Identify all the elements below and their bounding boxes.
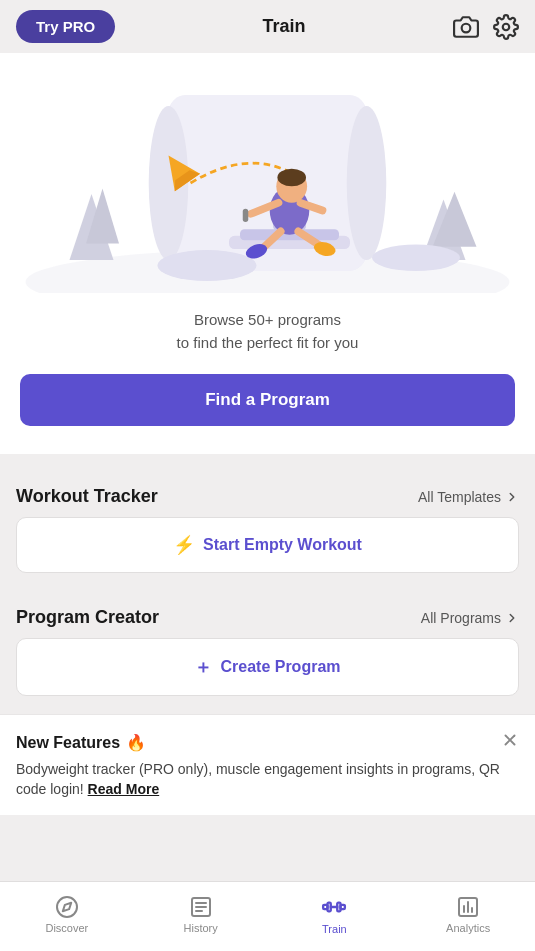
banner-close-button[interactable] bbox=[501, 731, 519, 754]
fire-emoji: 🔥 bbox=[126, 733, 146, 752]
svg-point-1 bbox=[503, 23, 510, 30]
camera-button[interactable] bbox=[453, 14, 479, 40]
program-creator-section: Program Creator All Programs ＋ Create Pr… bbox=[0, 591, 535, 696]
svg-point-0 bbox=[462, 23, 471, 32]
banner-title: New Features 🔥 bbox=[16, 733, 146, 752]
page-title: Train bbox=[263, 16, 306, 37]
banner-header: New Features 🔥 bbox=[16, 731, 519, 754]
workout-tracker-title: Workout Tracker bbox=[16, 486, 158, 507]
workout-tracker-header: Workout Tracker All Templates bbox=[16, 486, 519, 507]
nav-item-discover[interactable]: Discover bbox=[0, 890, 134, 939]
workout-tracker-section: Workout Tracker All Templates ⚡ Start Em… bbox=[0, 470, 535, 573]
svg-marker-30 bbox=[63, 903, 71, 911]
hero-card: Browse 50+ programs to find the perfect … bbox=[0, 53, 535, 454]
camera-icon bbox=[453, 14, 479, 40]
nav-item-analytics[interactable]: Analytics bbox=[401, 890, 535, 939]
nav-item-history[interactable]: History bbox=[134, 890, 268, 939]
bottom-nav: Discover History Train Analytics bbox=[0, 881, 535, 951]
read-more-link[interactable]: Read More bbox=[88, 781, 160, 797]
list-icon bbox=[189, 895, 213, 919]
nav-label-history: History bbox=[184, 922, 218, 934]
banner-description: Bodyweight tracker (PRO only), muscle en… bbox=[16, 760, 519, 799]
find-program-button[interactable]: Find a Program bbox=[20, 374, 515, 426]
all-templates-link[interactable]: All Templates bbox=[418, 489, 519, 505]
svg-point-5 bbox=[347, 106, 387, 260]
create-program-button[interactable]: ＋ Create Program bbox=[16, 638, 519, 696]
new-features-banner: New Features 🔥 Bodyweight tracker (PRO o… bbox=[0, 714, 535, 815]
all-programs-link[interactable]: All Programs bbox=[421, 610, 519, 626]
bar-chart-icon bbox=[456, 895, 480, 919]
svg-point-10 bbox=[158, 250, 257, 281]
start-empty-workout-button[interactable]: ⚡ Start Empty Workout bbox=[16, 517, 519, 573]
svg-point-29 bbox=[57, 897, 77, 917]
chevron-right-icon bbox=[505, 490, 519, 504]
header-actions bbox=[453, 14, 519, 40]
nav-item-train[interactable]: Train bbox=[268, 890, 402, 939]
nav-label-analytics: Analytics bbox=[446, 922, 490, 934]
program-creator-title: Program Creator bbox=[16, 607, 159, 628]
hero-illustration-svg bbox=[20, 73, 515, 293]
plus-icon: ＋ bbox=[194, 655, 212, 679]
bolt-icon: ⚡ bbox=[173, 534, 195, 556]
chevron-right-icon bbox=[505, 611, 519, 625]
nav-label-discover: Discover bbox=[45, 922, 88, 934]
svg-point-11 bbox=[372, 245, 460, 271]
header: Try PRO Train bbox=[0, 0, 535, 53]
hero-text: Browse 50+ programs to find the perfect … bbox=[177, 309, 359, 354]
nav-label-train: Train bbox=[322, 923, 347, 935]
svg-point-25 bbox=[277, 169, 306, 187]
settings-button[interactable] bbox=[493, 14, 519, 40]
dumbbell-icon bbox=[321, 894, 347, 920]
program-creator-header: Program Creator All Programs bbox=[16, 607, 519, 628]
try-pro-button[interactable]: Try PRO bbox=[16, 10, 115, 43]
gear-icon bbox=[493, 14, 519, 40]
close-icon bbox=[501, 731, 519, 749]
hero-illustration bbox=[20, 73, 515, 293]
compass-icon bbox=[55, 895, 79, 919]
